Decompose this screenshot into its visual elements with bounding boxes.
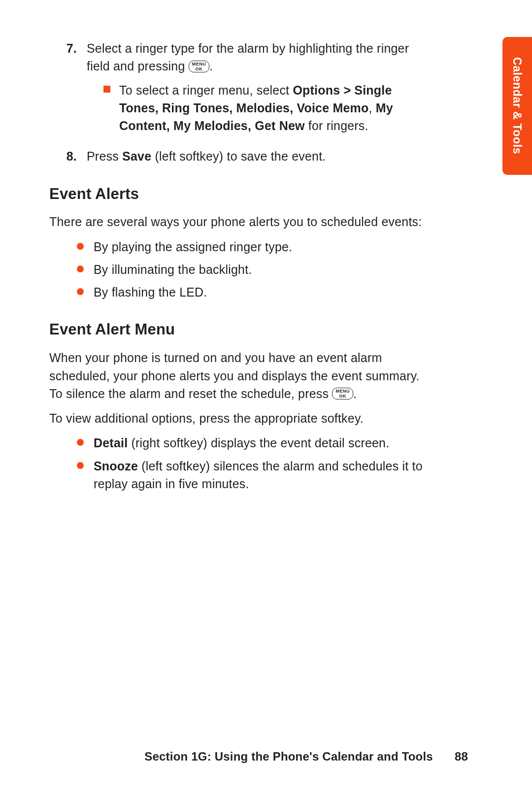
menu-list: Detail (right softkey) displays the even… [77,434,433,493]
dot-bullet-icon [77,243,84,250]
heading-event-alert-menu: Event Alert Menu [49,319,433,341]
footer: Section 1G: Using the Phone's Calendar a… [49,748,468,765]
list-item: By flashing the LED. [77,283,433,301]
list-item: By playing the assigned ringer type. [77,238,433,256]
menu-para-1: When your phone is turned on and you hav… [49,349,433,402]
step-7-sub-body: To select a ringer menu, select Options … [119,81,433,135]
page: Calendar & Tools 7. Select a ringer type… [0,0,532,798]
step-7-number: 7. [49,39,87,138]
dot-bullet-icon [77,439,84,446]
list-item: By illuminating the backlight. [77,261,433,278]
step-8-body: Press Save (left softkey) to save the ev… [87,147,433,165]
dot-bullet-icon [77,462,84,469]
dot-bullet-icon [77,288,84,295]
step-7-text-a: Select a ringer type for the alarm by hi… [87,41,409,73]
step-7: 7. Select a ringer type for the alarm by… [49,39,433,138]
list-item: Snooze (left softkey) silences the alarm… [77,457,433,493]
side-tab-label: Calendar & Tools [508,57,525,154]
list-item: Detail (right softkey) displays the even… [77,434,433,452]
square-bullet-icon [103,86,110,93]
footer-page-number: 88 [455,748,468,765]
step-8: 8. Press Save (left softkey) to save the… [49,147,433,165]
content: 7. Select a ringer type for the alarm by… [49,39,433,493]
side-tab: Calendar & Tools [502,37,532,175]
footer-section: Section 1G: Using the Phone's Calendar a… [144,748,433,765]
alerts-intro: There are several ways your phone alerts… [49,213,433,231]
dot-bullet-icon [77,266,84,272]
menu-ok-key-icon: MENU OK [189,61,210,72]
step-7-sub: To select a ringer menu, select Options … [103,81,433,135]
step-8-number: 8. [49,147,87,165]
menu-ok-key-icon: MENU OK [332,388,353,399]
step-7-body: Select a ringer type for the alarm by hi… [87,39,433,138]
heading-event-alerts: Event Alerts [49,183,433,205]
step-7-text-b: . [209,59,213,73]
alerts-list: By playing the assigned ringer type. By … [77,238,433,301]
menu-para-2: To view additional options, press the ap… [49,409,433,427]
